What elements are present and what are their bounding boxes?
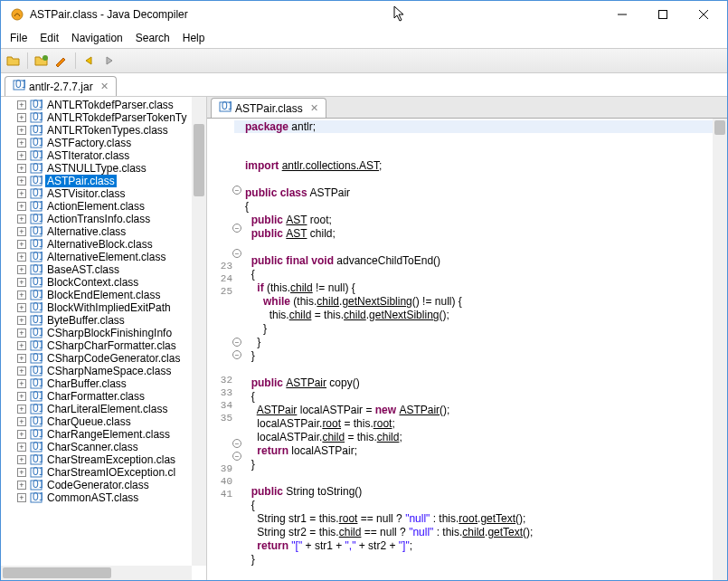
- expand-icon[interactable]: +: [17, 126, 26, 135]
- open-folder-button[interactable]: [5, 52, 23, 70]
- tree-item[interactable]: +010ASTNULLType.class: [1, 162, 206, 175]
- tree-item[interactable]: +010CSharpCodeGenerator.clas: [1, 352, 206, 365]
- tree-vertical-scrollbar[interactable]: [192, 97, 206, 566]
- tree-item[interactable]: +010AlternativeBlock.class: [1, 238, 206, 251]
- expand-icon[interactable]: +: [17, 379, 26, 388]
- scrollbar-thumb[interactable]: [3, 567, 111, 578]
- tree-item[interactable]: +010ASTVisitor.class: [1, 187, 206, 200]
- fold-toggle-icon[interactable]: −: [232, 350, 241, 359]
- expand-icon[interactable]: +: [17, 290, 26, 300]
- expand-icon[interactable]: +: [17, 405, 26, 414]
- expand-icon[interactable]: +: [17, 367, 26, 376]
- tree-item[interactable]: +010CommonAST.class: [1, 491, 206, 504]
- expand-icon[interactable]: +: [17, 227, 26, 236]
- tree-item[interactable]: +010Alternative.class: [1, 225, 206, 238]
- close-button[interactable]: [683, 2, 723, 27]
- code-area[interactable]: package antlr; import antlr.collections.…: [234, 119, 727, 580]
- expand-icon[interactable]: +: [17, 468, 26, 477]
- tree-item[interactable]: +010BlockEndElement.class: [1, 289, 206, 301]
- jar-tab[interactable]: 010 antlr-2.7.7.jar ✕: [5, 76, 117, 96]
- expand-icon[interactable]: +: [17, 164, 26, 173]
- gutter-line: [207, 298, 234, 310]
- fold-toggle-icon[interactable]: −: [232, 452, 241, 461]
- tree-item[interactable]: +010ANTLRTokdefParser.class: [1, 99, 206, 111]
- save-button[interactable]: [33, 52, 51, 70]
- forward-button[interactable]: [100, 52, 118, 70]
- tree-item[interactable]: +010ASTIterator.class: [1, 149, 206, 162]
- tree-item[interactable]: +010ANTLRTokenTypes.class: [1, 124, 206, 137]
- expand-icon[interactable]: +: [17, 341, 26, 350]
- tree-item[interactable]: +010CharScanner.class: [1, 441, 206, 453]
- menu-help[interactable]: Help: [177, 30, 211, 46]
- tree-item[interactable]: +010CharStreamException.clas: [1, 453, 206, 466]
- menu-search[interactable]: Search: [130, 30, 175, 46]
- tree-item[interactable]: +010CharLiteralElement.class: [1, 403, 206, 415]
- editor-vertical-scrollbar[interactable]: [713, 119, 727, 580]
- tree-item[interactable]: +010CharStreamIOException.cl: [1, 466, 206, 479]
- expand-icon[interactable]: +: [17, 151, 26, 160]
- fold-toggle-icon[interactable]: −: [232, 224, 241, 233]
- expand-icon[interactable]: +: [17, 176, 26, 186]
- minimize-button[interactable]: [601, 2, 642, 27]
- tree-item[interactable]: +010BlockContext.class: [1, 276, 206, 289]
- close-icon[interactable]: ✕: [100, 81, 109, 92]
- expand-icon[interactable]: +: [17, 392, 26, 401]
- menu-navigation[interactable]: Navigation: [66, 30, 128, 46]
- expand-icon[interactable]: +: [17, 316, 26, 325]
- tree-item-label: BlockEndElement.class: [45, 289, 162, 301]
- expand-icon[interactable]: +: [17, 443, 26, 452]
- expand-icon[interactable]: +: [17, 252, 26, 262]
- menu-edit[interactable]: Edit: [34, 30, 64, 46]
- fold-toggle-icon[interactable]: −: [232, 186, 241, 195]
- tree-item[interactable]: +010CodeGenerator.class: [1, 479, 206, 491]
- expand-icon[interactable]: +: [17, 214, 26, 224]
- tree-item[interactable]: +010CharBuffer.class: [1, 377, 206, 390]
- expand-icon[interactable]: +: [17, 329, 26, 338]
- expand-icon[interactable]: +: [17, 100, 26, 110]
- expand-icon[interactable]: +: [17, 265, 26, 274]
- tree-item[interactable]: +010CSharpCharFormatter.clas: [1, 339, 206, 352]
- tree-item[interactable]: +010ByteBuffer.class: [1, 314, 206, 327]
- editor-tab[interactable]: 010 ASTPair.class ✕: [211, 98, 326, 118]
- tree-item[interactable]: +010CSharpBlockFinishingInfo: [1, 327, 206, 339]
- expand-icon[interactable]: +: [17, 202, 26, 211]
- expand-icon[interactable]: +: [17, 455, 26, 464]
- expand-icon[interactable]: +: [17, 278, 26, 287]
- gutter-line: −: [207, 184, 234, 196]
- tree-item[interactable]: +010ASTPair.class: [1, 175, 206, 187]
- tree-item[interactable]: +010CharFormatter.class: [1, 390, 206, 403]
- class-file-icon: 010: [30, 277, 43, 288]
- tree-item[interactable]: +010ANTLRTokdefParserTokenTy: [1, 111, 206, 124]
- fold-toggle-icon[interactable]: −: [232, 249, 241, 258]
- expand-icon[interactable]: +: [17, 138, 26, 148]
- tree-item[interactable]: +010ActionTransInfo.class: [1, 213, 206, 225]
- expand-icon[interactable]: +: [17, 240, 26, 249]
- back-button[interactable]: [80, 52, 99, 70]
- preferences-button[interactable]: [52, 52, 71, 70]
- tree-item[interactable]: +010AlternativeElement.class: [1, 251, 206, 263]
- close-icon[interactable]: ✕: [310, 102, 318, 114]
- expand-icon[interactable]: +: [17, 481, 26, 490]
- class-tree[interactable]: +010ANTLRTokdefParser.class+010ANTLRTokd…: [1, 97, 206, 506]
- expand-icon[interactable]: +: [17, 493, 26, 502]
- tree-item[interactable]: +010BlockWithImpliedExitPath: [1, 301, 206, 314]
- tree-item[interactable]: +010CharRangeElement.class: [1, 428, 206, 441]
- fold-toggle-icon[interactable]: −: [232, 338, 241, 347]
- menu-file[interactable]: File: [5, 30, 33, 46]
- scrollbar-thumb[interactable]: [714, 120, 725, 135]
- expand-icon[interactable]: +: [17, 354, 26, 363]
- tree-item[interactable]: +010ActionElement.class: [1, 200, 206, 213]
- expand-icon[interactable]: +: [17, 189, 26, 198]
- expand-icon[interactable]: +: [17, 417, 26, 426]
- maximize-button[interactable]: [642, 2, 683, 27]
- tree-horizontal-scrollbar[interactable]: [1, 566, 192, 580]
- tree-item[interactable]: +010BaseAST.class: [1, 263, 206, 276]
- tree-item[interactable]: +010CharQueue.class: [1, 415, 206, 428]
- tree-item[interactable]: +010ASTFactory.class: [1, 137, 206, 149]
- scrollbar-thumb[interactable]: [194, 124, 204, 196]
- fold-toggle-icon[interactable]: −: [232, 439, 241, 448]
- tree-item[interactable]: +010CSharpNameSpace.class: [1, 365, 206, 377]
- expand-icon[interactable]: +: [17, 430, 26, 439]
- expand-icon[interactable]: +: [17, 303, 26, 312]
- expand-icon[interactable]: +: [17, 113, 26, 122]
